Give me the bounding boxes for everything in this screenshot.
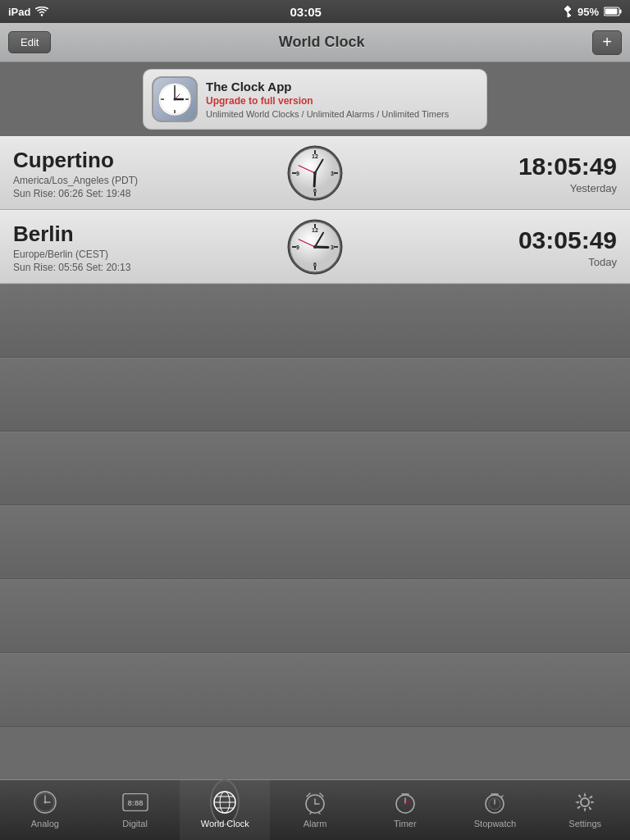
app-icon — [152, 76, 198, 122]
clock-face-berlin: 12 3 6 9 — [287, 219, 343, 275]
svg-line-71 — [501, 796, 503, 797]
city-info-cupertino: Cupertino America/Los_Angeles (PDT) Sun … — [13, 148, 518, 199]
svg-rect-2 — [620, 10, 622, 14]
city-list: Cupertino America/Los_Angeles (PDT) Sun … — [0, 136, 630, 284]
tab-settings[interactable]: Settings — [540, 780, 630, 840]
tab-timer-label: Timer — [394, 819, 417, 829]
promo-features: Unlimited World Clocks / Unlimited Alarm… — [206, 109, 478, 119]
carrier-label: iPad — [8, 6, 30, 18]
svg-line-59 — [310, 812, 312, 814]
svg-point-13 — [174, 98, 176, 101]
tab-world-clock[interactable]: World Clock — [180, 780, 270, 840]
tab-digital-label: Digital — [122, 819, 148, 829]
clock-face-cupertino: 12 3 6 9 — [287, 145, 343, 201]
svg-text:8:88: 8:88 — [127, 797, 143, 806]
tab-analog[interactable]: Analog — [0, 780, 90, 840]
tab-digital[interactable]: 8:88 Digital — [90, 780, 180, 840]
page-title: World Clock — [279, 34, 365, 51]
svg-rect-3 — [605, 9, 618, 15]
empty-row-2 — [0, 358, 630, 431]
city-row-berlin[interactable]: Berlin Europe/Berlin (CEST) Sun Rise: 05… — [0, 210, 630, 284]
city-time-day: Yesterday — [518, 182, 617, 194]
tab-analog-label: Analog — [31, 819, 59, 829]
svg-text:12: 12 — [312, 227, 318, 233]
stopwatch-icon — [482, 789, 508, 815]
globe-icon — [212, 789, 238, 815]
promo-upgrade: Upgrade to full version — [206, 95, 478, 107]
city-time-berlin: 03:05:49 Today — [518, 226, 617, 268]
city-timezone: Europe/Berlin (CEST) — [13, 249, 518, 260]
tab-timer[interactable]: Timer — [360, 780, 450, 840]
svg-point-46 — [43, 801, 46, 803]
city-timezone: America/Los_Angeles (PDT) — [13, 175, 518, 186]
svg-text:6: 6 — [313, 188, 317, 194]
svg-text:3: 3 — [331, 171, 334, 176]
empty-row-1 — [0, 284, 630, 358]
battery-icon — [604, 7, 622, 16]
svg-point-27 — [313, 171, 317, 175]
edit-button[interactable]: Edit — [8, 31, 51, 53]
city-time-value: 03:05:49 — [518, 226, 617, 254]
timer-icon — [392, 789, 418, 815]
promo-banner[interactable]: The Clock App Upgrade to full version Un… — [143, 69, 487, 130]
svg-point-72 — [581, 798, 589, 806]
city-name: Cupertino — [13, 148, 518, 173]
svg-line-24 — [314, 173, 315, 186]
promo-text: The Clock App Upgrade to full version Un… — [206, 80, 478, 119]
empty-row-5 — [0, 579, 630, 653]
battery-label: 95% — [578, 6, 599, 18]
empty-row-6 — [0, 653, 630, 727]
tab-stopwatch-label: Stopwatch — [474, 819, 516, 829]
city-info-berlin: Berlin Europe/Berlin (CEST) Sun Rise: 05… — [13, 221, 518, 273]
bluetooth-icon — [563, 5, 573, 18]
tab-stopwatch[interactable]: Stopwatch — [450, 780, 541, 840]
tab-alarm[interactable]: Alarm — [270, 780, 360, 840]
svg-text:6: 6 — [313, 262, 317, 267]
add-button[interactable]: + — [592, 30, 622, 55]
city-time-cupertino: 18:05:49 Yesterday — [518, 153, 617, 194]
tab-settings-label: Settings — [568, 819, 601, 829]
nav-bar: Edit World Clock + — [0, 23, 630, 62]
status-bar: iPad 03:05 95% — [0, 0, 630, 23]
city-sun: Sun Rise: 06:26 Set: 19:48 — [13, 188, 518, 199]
city-time-day: Today — [518, 256, 617, 268]
analog-icon — [32, 789, 58, 815]
svg-line-60 — [318, 812, 320, 814]
tab-alarm-label: Alarm — [304, 819, 327, 829]
city-sun: Sun Rise: 05:56 Set: 20:13 — [13, 262, 518, 273]
tab-world-clock-label: World Clock — [201, 819, 249, 829]
svg-point-0 — [41, 14, 43, 16]
empty-row-4 — [0, 505, 630, 579]
city-row-cupertino[interactable]: Cupertino America/Los_Angeles (PDT) Sun … — [0, 136, 630, 210]
tab-bar: Analog 8:88 Digital World Clock — [0, 779, 630, 840]
svg-text:9: 9 — [296, 171, 299, 176]
empty-row-3 — [0, 431, 630, 505]
status-left: iPad — [8, 6, 48, 18]
status-time: 03:05 — [290, 5, 322, 19]
city-name: Berlin — [13, 221, 518, 247]
svg-text:3: 3 — [331, 244, 334, 250]
wifi-icon — [35, 7, 48, 16]
svg-text:12: 12 — [312, 153, 318, 159]
svg-line-38 — [315, 247, 328, 248]
digital-icon: 8:88 — [122, 789, 148, 815]
alarm-icon — [302, 789, 328, 815]
gear-icon — [572, 789, 598, 815]
status-right: 95% — [563, 5, 622, 18]
svg-point-41 — [313, 245, 317, 249]
city-time-value: 18:05:49 — [518, 153, 617, 180]
promo-title: The Clock App — [206, 80, 478, 94]
svg-text:9: 9 — [296, 244, 299, 250]
